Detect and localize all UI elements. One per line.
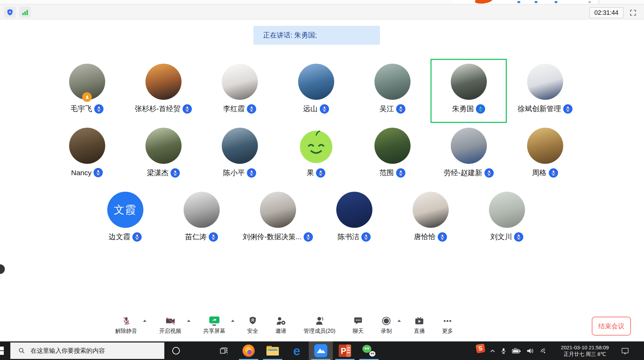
taskbar-app-firefox[interactable]	[237, 341, 261, 360]
mic-glyph-icon	[363, 234, 369, 240]
members-icon	[315, 315, 325, 326]
wechat-icon	[362, 345, 375, 357]
search-input[interactable]	[30, 347, 148, 355]
speaking-banner-text: 正在讲话: 朱勇国;	[263, 31, 317, 40]
mic-off-icon	[121, 315, 131, 326]
participant-name: 远山	[303, 104, 318, 114]
mic-muted-icon	[563, 104, 572, 114]
participant-avatar	[298, 64, 334, 100]
mic-muted-icon	[396, 104, 405, 114]
battery-icon[interactable]	[512, 348, 521, 354]
taskbar-app-meeting[interactable]	[309, 341, 333, 360]
participant-tile[interactable]: 刘俐伶-数据决策...	[240, 187, 316, 251]
toolbar-record-options-arrow[interactable]	[396, 315, 402, 326]
mic-muted-icon	[94, 168, 103, 177]
participant-tile[interactable]: 远山	[278, 59, 354, 123]
mic-muted-icon	[316, 168, 325, 178]
mic-muted-icon	[514, 232, 523, 242]
participant-tile[interactable]: 周格	[507, 123, 583, 187]
taskbar-apps: eP	[237, 341, 381, 360]
toolbar-share-screen-button[interactable]: 共享屏幕	[203, 315, 225, 335]
participant-name: 张杉杉-首经贸	[135, 104, 181, 114]
toolbar-security-button[interactable]: 安全	[247, 315, 258, 335]
network-quality-button[interactable]	[19, 7, 31, 18]
participant-avatar	[222, 128, 258, 164]
participant-tile[interactable]: Nancy	[49, 123, 125, 187]
participant-name-row: 毛宇飞	[70, 104, 103, 114]
attendee-badge-icon	[82, 92, 92, 102]
participant-name: 徐斌创新管理	[518, 104, 561, 114]
participant-tile[interactable]: 徐斌创新管理	[507, 59, 583, 123]
participant-avatar	[145, 128, 182, 164]
mic-glyph-icon	[439, 234, 445, 240]
toolbar-more-button[interactable]: 更多	[442, 315, 453, 335]
action-center-button[interactable]	[621, 347, 629, 354]
live-icon	[414, 315, 424, 326]
taskbar-app-wechat[interactable]	[357, 341, 381, 360]
participant-avatar	[184, 192, 220, 228]
participant-avatar	[451, 64, 487, 100]
start-button[interactable]	[0, 346, 5, 356]
mic-muted-icon	[183, 104, 192, 114]
wifi-icon[interactable]	[539, 348, 547, 354]
participant-tile[interactable]: 毛宇飞	[49, 59, 125, 123]
taskbar-app-powerpoint[interactable]: P	[333, 341, 357, 360]
participant-tile[interactable]: 陈书洁	[316, 187, 392, 251]
sogou-input-icon[interactable]: S	[476, 343, 485, 353]
participant-tile[interactable]: 唐恰恰	[392, 187, 469, 251]
mic-glyph-icon	[95, 170, 101, 176]
taskbar-search[interactable]	[10, 342, 164, 359]
toolbar-share-screen-options-arrow[interactable]	[230, 315, 236, 326]
tray-mic-icon[interactable]	[500, 348, 507, 354]
toolbar-invite-button[interactable]: 邀请	[275, 315, 286, 335]
participant-name: 范围	[380, 168, 394, 178]
participant-tile[interactable]: 李红霞	[201, 59, 278, 123]
edge-handle[interactable]	[0, 264, 5, 274]
toolbar-unmute-options-arrow[interactable]	[142, 315, 148, 326]
participant-tile[interactable]: 范围	[354, 123, 430, 187]
participant-tile[interactable]: 陈小平	[201, 123, 278, 187]
participant-tile[interactable]: 吴江	[354, 59, 430, 123]
triangle-up-icon	[231, 319, 235, 322]
mic-glyph-icon	[210, 234, 216, 240]
participant-tile[interactable]: 文霞边文霞	[87, 187, 163, 251]
mic-glyph-icon	[96, 106, 102, 112]
participant-name: 边文霞	[109, 232, 130, 242]
fullscreen-button[interactable]	[628, 8, 637, 17]
participant-name-row: 边文霞	[109, 232, 142, 242]
toolbar-members-button[interactable]: 管理成员(20)	[304, 315, 335, 335]
participant-tile[interactable]: 张杉杉-首经贸	[125, 59, 201, 123]
taskbar-app-explorer[interactable]	[261, 341, 285, 360]
toolbar-record-button[interactable]: 录制	[381, 315, 392, 335]
taskbar-app-edge[interactable]: e	[285, 341, 309, 360]
signal-bars-icon	[22, 9, 29, 16]
toolbar-start-video-button[interactable]: 开启视频	[159, 315, 181, 335]
volume-icon[interactable]	[526, 348, 534, 354]
cortana-button[interactable]	[172, 347, 180, 354]
hidden-icons-button[interactable]	[490, 349, 495, 353]
speaking-banner: 正在讲话: 朱勇国;	[253, 26, 380, 45]
participant-tile[interactable]: 劳经-赵建新	[430, 123, 507, 187]
toolbar-label: 解除静音	[115, 328, 137, 335]
participant-tile[interactable]: 朱勇国	[430, 59, 507, 123]
meeting-security-button[interactable]	[4, 7, 16, 18]
toolbar-chat-button[interactable]: 聊天	[352, 315, 363, 335]
toolbar-start-video-options-arrow[interactable]	[186, 315, 192, 326]
participant-tile[interactable]: 梁潇杰	[125, 123, 201, 187]
mic-muted-icon	[320, 104, 329, 114]
toolbar-live-button[interactable]: 直播	[414, 315, 425, 335]
end-meeting-button[interactable]: 结束会议	[592, 317, 631, 336]
participant-tile[interactable]: 苗仁涛	[163, 187, 240, 251]
task-view-button[interactable]	[219, 347, 228, 357]
search-icon	[18, 347, 25, 354]
fullscreen-icon	[629, 9, 637, 17]
mic-glyph-icon	[305, 234, 311, 240]
participant-name-row: 劳经-赵建新	[444, 168, 494, 178]
toolbar-label: 邀请	[275, 328, 286, 335]
participant-tile[interactable]: 刘文川	[469, 187, 545, 251]
toolbar-unmute-button[interactable]: 解除静音	[115, 315, 137, 335]
participant-tile[interactable]: 果	[278, 123, 354, 187]
participant-name-row: 陈书洁	[338, 232, 371, 242]
participant-avatar	[527, 64, 563, 100]
clock[interactable]: 2021-03-10 21:58:09 正月廿七 周三 8℃	[552, 344, 618, 357]
